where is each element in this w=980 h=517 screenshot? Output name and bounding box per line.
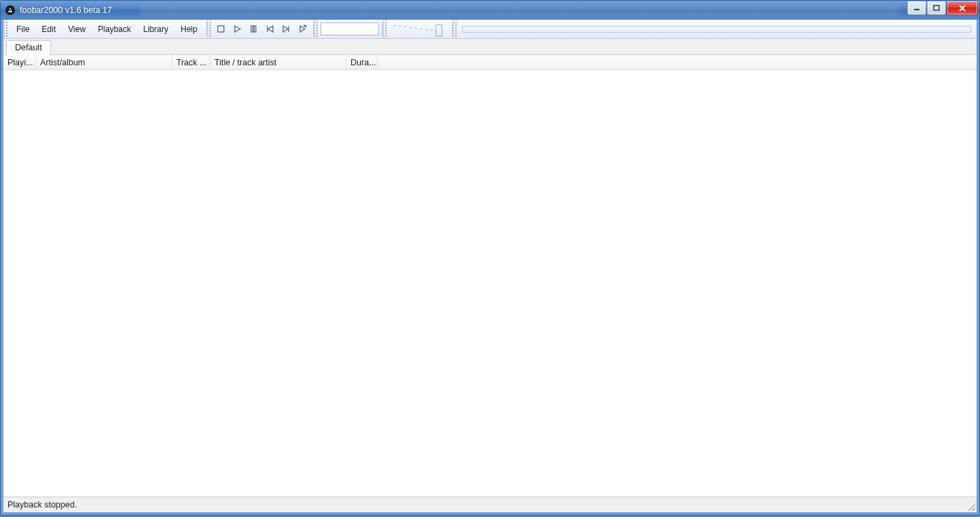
play-button[interactable] bbox=[231, 23, 244, 35]
status-bar: Playback stopped. bbox=[3, 497, 977, 512]
menu-edit[interactable]: Edit bbox=[35, 22, 62, 37]
title-bar[interactable]: foobar2000 v1.6 beta 17 bbox=[1, 1, 979, 20]
close-button[interactable] bbox=[947, 1, 978, 15]
tab-default[interactable]: Default bbox=[6, 40, 51, 55]
column-artist-album[interactable]: Artist/album bbox=[36, 55, 172, 69]
svg-rect-4 bbox=[218, 26, 224, 32]
playlist-tabs: Default bbox=[3, 39, 977, 55]
svg-point-1 bbox=[10, 10, 12, 12]
client-area: File Edit View Playback Library Help bbox=[1, 20, 979, 515]
seek-track bbox=[462, 26, 971, 33]
column-title-artist[interactable]: Title / track artist bbox=[210, 55, 346, 69]
volume-thumb[interactable] bbox=[436, 24, 442, 37]
volume-slope-icon bbox=[392, 25, 440, 31]
maximize-button[interactable] bbox=[927, 1, 946, 15]
next-button[interactable] bbox=[280, 23, 293, 35]
app-icon bbox=[5, 5, 16, 16]
search-box bbox=[318, 20, 382, 38]
titlebar-blur bbox=[140, 4, 900, 16]
svg-rect-6 bbox=[255, 26, 257, 32]
toolbar: File Edit View Playback Library Help bbox=[3, 20, 977, 39]
menu-bar: File Edit View Playback Library Help bbox=[7, 20, 206, 38]
app-window: foobar2000 v1.6 beta 17 File Edit View P… bbox=[0, 0, 980, 516]
resize-grip[interactable] bbox=[966, 501, 975, 511]
menu-playback[interactable]: Playback bbox=[92, 22, 137, 37]
menu-view[interactable]: View bbox=[62, 22, 92, 37]
playlist-body[interactable] bbox=[3, 70, 977, 497]
playlist-headers: Playi... Artist/album Track ... Title / … bbox=[3, 55, 977, 70]
column-duration[interactable]: Dura... bbox=[346, 55, 378, 69]
column-track-no[interactable]: Track ... bbox=[172, 55, 210, 69]
status-text: Playback stopped. bbox=[7, 500, 77, 510]
menu-file[interactable]: File bbox=[10, 22, 35, 37]
menu-help[interactable]: Help bbox=[174, 22, 203, 37]
menu-library[interactable]: Library bbox=[137, 22, 175, 37]
svg-rect-3 bbox=[934, 5, 939, 10]
minimize-button[interactable] bbox=[907, 1, 926, 15]
search-input[interactable] bbox=[321, 22, 379, 35]
volume-track bbox=[392, 24, 446, 34]
window-title: foobar2000 v1.6 beta 17 bbox=[20, 5, 112, 15]
playback-controls bbox=[211, 20, 313, 38]
seek-bar[interactable] bbox=[457, 20, 977, 38]
pause-button[interactable] bbox=[248, 23, 260, 35]
window-controls bbox=[906, 1, 978, 15]
svg-rect-2 bbox=[914, 9, 919, 10]
previous-button[interactable] bbox=[264, 23, 276, 35]
column-playing[interactable]: Playi... bbox=[3, 55, 36, 69]
stop-button[interactable] bbox=[215, 23, 227, 35]
volume-slider[interactable] bbox=[387, 20, 452, 38]
random-button[interactable] bbox=[297, 23, 309, 35]
svg-rect-5 bbox=[251, 26, 253, 32]
